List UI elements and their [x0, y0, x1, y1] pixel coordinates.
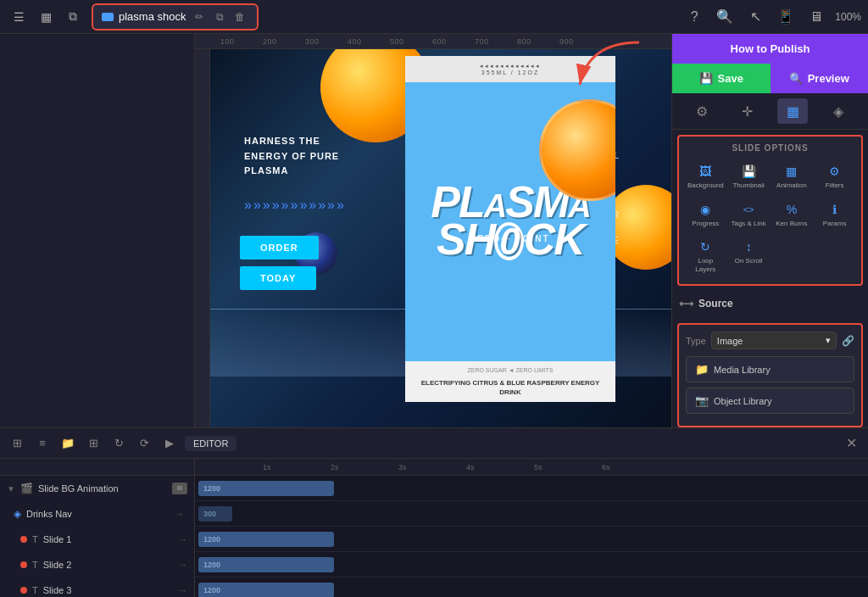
slides-icon-btn[interactable]: ▦	[777, 98, 808, 124]
slide-options-section: SLIDE OPTIONS 🖼 Background 💾 Thumbnail ▦…	[677, 135, 863, 286]
option-filters[interactable]: ⚙ Filters	[815, 159, 854, 194]
type-select[interactable]: Image ▾	[711, 332, 837, 349]
option-ken-burns[interactable]: % Ken Burns	[772, 198, 812, 232]
layers-icon-btn[interactable]: ◈	[823, 98, 854, 124]
loop-layers-icon: ↻	[696, 239, 715, 254]
grid-btm-icon[interactable]: ⊞	[83, 433, 103, 454]
dot-slide-1	[20, 536, 27, 543]
loop-btm-icon[interactable]: ↻	[108, 433, 129, 454]
layer-slide-bg-animation[interactable]: ▼ 🎬 Slide BG Animation ⧉	[0, 476, 194, 501]
option-params[interactable]: ℹ Params	[815, 198, 854, 232]
monitor-icon[interactable]: 🖥	[804, 5, 828, 29]
project-name: plasma shock	[119, 10, 186, 23]
layers-icon[interactable]: ▦	[34, 5, 58, 29]
tab-actions: ✏ ⧉ 🗑	[191, 8, 248, 25]
animation-icon: ▦	[782, 164, 801, 179]
folder-btm-icon[interactable]: 📁	[58, 433, 78, 454]
arrow-decorations: »»»»»»»»»»»	[244, 198, 346, 213]
layers-btm-icon[interactable]: ≡	[32, 433, 53, 454]
move-icon-btn[interactable]: ✛	[732, 98, 763, 124]
slide1-arrow: →	[178, 534, 187, 544]
media-library-button[interactable]: 📁 Media Library	[686, 356, 854, 382]
time-1s: 1s	[263, 463, 271, 471]
on-scroll-icon: ↕	[739, 239, 758, 254]
dot-slide-2	[20, 561, 27, 568]
ruler-horizontal: 100 200 300 400 500 600 700 800 900	[195, 34, 671, 49]
bar-drinks-nav[interactable]: 300	[198, 506, 232, 522]
layer-slide-2[interactable]: T Slide 2 →	[0, 552, 194, 577]
object-library-button[interactable]: 📷 Object Library	[686, 388, 854, 414]
refresh-btm-icon[interactable]: ⟳	[134, 433, 154, 454]
mobile-icon[interactable]: 📱	[774, 5, 798, 29]
track-slide-bg: 1200	[195, 476, 868, 501]
preview-button[interactable]: 🔍 Preview	[771, 64, 869, 93]
main-content: 100 200 300 400 500 600 700 800 900 HARN…	[0, 34, 868, 427]
settings-icon-btn[interactable]: ⚙	[687, 98, 717, 124]
copy-layer-icon[interactable]: ⧉	[172, 483, 187, 494]
plasma-card-blue: PLASMA SH0CK ZERO— POINT	[405, 82, 615, 361]
bar-slide-2[interactable]: 1200	[198, 557, 334, 572]
time-5s: 5s	[534, 463, 542, 471]
action-buttons: 💾 Save 🔍 Preview	[672, 64, 868, 93]
ken-burns-icon: %	[782, 202, 801, 217]
today-button[interactable]: TODAY	[240, 266, 316, 290]
bar-slide-bg[interactable]: 1200	[198, 481, 334, 496]
option-background[interactable]: 🖼 Background	[686, 159, 726, 194]
track-slide-3: 1200	[195, 577, 868, 597]
source-section: ⟷ Source	[672, 291, 868, 323]
option-animation[interactable]: ▦ Animation	[772, 159, 812, 194]
layer-name-slide-bg: Slide BG Animation	[38, 483, 167, 494]
option-tags-link[interactable]: <> Tags & Link	[729, 198, 769, 232]
time-markers: 1s 2s 3s 4s 5s 6s	[195, 459, 868, 476]
project-tab[interactable]: plasma shock ✏ ⧉ 🗑	[92, 3, 259, 31]
option-on-scroll[interactable]: ↕ On Scroll	[729, 235, 769, 277]
track-drinks-nav: 300	[195, 501, 868, 527]
select-chevron: ▾	[826, 335, 831, 346]
link-icon[interactable]: 🔗	[842, 335, 854, 347]
time-6s: 6s	[602, 463, 610, 471]
time-2s: 2s	[331, 463, 339, 471]
source-box: Type Image ▾ 🔗 📁 Media Library 📷 Object …	[677, 323, 863, 427]
canvas-area: 100 200 300 400 500 600 700 800 900 HARN…	[195, 34, 671, 427]
toolbar-left: ☰ ▦ ⧉	[7, 5, 85, 29]
ruler-vertical	[195, 49, 210, 427]
source-icon: ⟷	[679, 298, 693, 310]
layer-drinks-nav[interactable]: ◈ Drinks Nav →	[0, 501, 194, 527]
search-icon[interactable]: 🔍	[713, 5, 737, 29]
option-thumbnail[interactable]: 💾 Thumbnail	[729, 159, 769, 194]
help-icon[interactable]: ?	[682, 5, 706, 29]
timeline-track-area: 1s 2s 3s 4s 5s 6s 1200 300	[195, 459, 868, 597]
delete-tab-button[interactable]: 🗑	[231, 8, 248, 25]
bar-slide-1[interactable]: 1200	[198, 532, 334, 547]
option-progress[interactable]: ◉ Progress	[686, 198, 726, 232]
panel-header: How to Publish	[672, 34, 868, 64]
canvas-background[interactable]: HARNESS THE ENERGY OF PURE PLASMA »»»»»»…	[210, 49, 671, 427]
editor-tab[interactable]: EDITOR	[185, 436, 236, 451]
canvas-harness-text: HARNESS THE ENERGY OF PURE PLASMA	[244, 134, 339, 179]
cursor-icon[interactable]: ↖	[743, 5, 767, 29]
thumbnail-icon: 💾	[739, 164, 758, 179]
play-icon[interactable]: ⊞	[7, 433, 27, 454]
tags-link-icon: <>	[739, 202, 758, 217]
pages-icon[interactable]: ⧉	[61, 5, 85, 29]
background-icon: 🖼	[696, 164, 715, 179]
bottom-toolbar: ⊞ ≡ 📁 ⊞ ↻ ⟳ ▶ EDITOR ✕	[0, 428, 868, 459]
hamburger-icon[interactable]: ☰	[7, 5, 31, 29]
track-slide-1: 1200	[195, 527, 868, 552]
layer-slide-1[interactable]: T Slide 1 →	[0, 527, 194, 552]
order-button[interactable]: ORDER	[240, 236, 319, 259]
harness-line2: ENERGY OF PURE	[244, 149, 339, 165]
play-btn[interactable]: ▶	[159, 433, 180, 454]
layer-name-slide-1: Slide 1	[43, 534, 173, 544]
option-loop-layers[interactable]: ↻ Loop Layers	[686, 235, 726, 277]
layer-slide-3[interactable]: T Slide 3 →	[0, 577, 194, 597]
bar-slide-3[interactable]: 1200	[198, 583, 334, 598]
slide3-arrow: →	[178, 585, 187, 595]
timeline-close-button[interactable]: ✕	[841, 433, 861, 454]
edit-tab-button[interactable]: ✏	[191, 8, 208, 25]
time-3s: 3s	[398, 463, 407, 471]
type-row: Type Image ▾ 🔗	[686, 332, 854, 349]
save-button[interactable]: 💾 Save	[672, 64, 771, 93]
expand-icon: ▼	[7, 484, 15, 494]
copy-tab-button[interactable]: ⧉	[211, 8, 228, 25]
